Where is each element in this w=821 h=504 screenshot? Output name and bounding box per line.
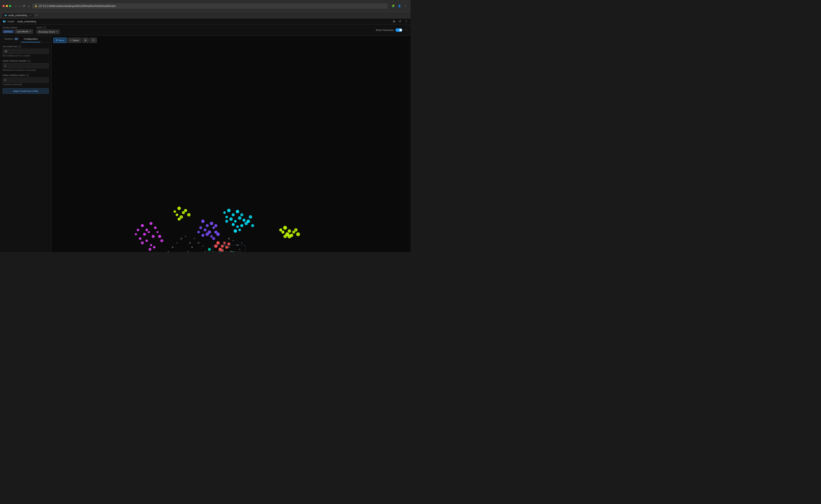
svg-point-18 (135, 233, 137, 235)
viz-toolbar: ✥ Move ⊹ Select ⊜ ⓘ (53, 38, 97, 43)
svg-point-161 (283, 226, 287, 230)
svg-point-49 (201, 220, 205, 223)
dark-mode-button[interactable]: ☽ (404, 19, 408, 23)
svg-point-212 (222, 249, 223, 250)
move-tool-btn[interactable]: ✥ Move (53, 38, 67, 43)
timeseries-toggle[interactable] (395, 28, 402, 32)
active-tab[interactable]: 🐦 audio_embedding × (2, 13, 34, 18)
viz-area: ✥ Move ⊹ Select ⊜ ⓘ (52, 36, 411, 252)
minimize-button[interactable] (6, 5, 8, 7)
info-icon: ⓘ (92, 39, 94, 42)
cluster-min-samples-group: cluster minimum samples i 1 determines i… (3, 59, 49, 71)
cluster-count-badge: 34 (14, 38, 18, 40)
svg-point-5 (149, 222, 152, 225)
svg-point-23 (176, 214, 178, 216)
svg-point-14 (141, 241, 144, 244)
svg-point-32 (240, 213, 243, 216)
svg-point-195 (202, 246, 204, 247)
svg-point-11 (157, 231, 159, 233)
svg-point-46 (238, 229, 241, 231)
svg-point-47 (234, 229, 237, 233)
svg-point-15 (150, 244, 152, 246)
svg-point-204 (233, 240, 234, 241)
cluster-selection-epsilon-input[interactable]: 0 (3, 77, 49, 83)
breadcrumb-separator: › (15, 20, 16, 23)
svg-point-193 (194, 238, 195, 239)
cluster-min-samples-label: cluster minimum samples i (3, 59, 49, 62)
reload-button[interactable]: ↺ (22, 4, 26, 8)
sidebar-tab-configuration[interactable]: Configuration (21, 36, 40, 42)
settings-tool-btn[interactable]: ⊜ (82, 38, 89, 43)
svg-point-28 (178, 218, 181, 221)
svg-point-201 (172, 246, 173, 248)
svg-point-167 (294, 228, 298, 232)
breadcrumb: model › audio_embedding (8, 20, 36, 23)
new-tab-button[interactable]: + (36, 14, 37, 17)
refresh-button[interactable]: ↺ (398, 19, 402, 23)
back-button[interactable]: ‹ (15, 4, 17, 8)
svg-point-10 (139, 237, 141, 240)
address-bar[interactable]: 🔒 127.0.0.1:6006/model/embeddings/RW1iZW… (32, 4, 387, 8)
svg-point-42 (240, 224, 243, 227)
svg-point-208 (239, 249, 240, 250)
select-tool-btn[interactable]: ⊹ Select (67, 38, 82, 43)
more-options-button[interactable]: ⋯ (404, 28, 408, 32)
svg-point-40 (236, 225, 239, 228)
extensions-button[interactable]: 🧩 (391, 4, 396, 8)
svg-point-44 (247, 220, 250, 223)
svg-point-17 (160, 239, 163, 242)
grid-view-button[interactable]: ⊞ (392, 19, 396, 23)
cluster-min-samples-input[interactable]: 1 (3, 63, 49, 68)
menu-button[interactable]: ⋮ (403, 4, 408, 8)
svg-point-39 (232, 223, 235, 226)
metric-dropdown[interactable]: Accuracy Score ▼ (36, 30, 60, 34)
svg-point-16 (137, 229, 139, 231)
time-period-dropdown[interactable]: Last Month ▼ (15, 29, 33, 34)
maximize-button[interactable] (9, 5, 11, 7)
cluster-min-samples-info-icon[interactable]: i (28, 59, 30, 62)
scatter-plot[interactable] (52, 36, 411, 252)
metric-info-icon[interactable]: i (43, 26, 46, 29)
main-content: Clusters 34 Configuration min cluster si… (0, 36, 411, 252)
apply-clustering-btn[interactable]: Apply Clustering Config (3, 88, 49, 94)
info-tool-btn[interactable]: ⓘ (90, 38, 97, 43)
profile-button[interactable]: 👤 (397, 4, 402, 8)
sidebar-tab-clusters[interactable]: Clusters 34 (2, 36, 21, 42)
sidebar-tabs: Clusters 34 Configuration (0, 36, 51, 43)
tab-title: audio_embedding (8, 14, 27, 17)
svg-point-207 (228, 238, 230, 239)
svg-point-3 (141, 224, 144, 227)
svg-point-52 (204, 228, 207, 231)
breadcrumb-model[interactable]: model (8, 20, 14, 23)
svg-point-63 (214, 224, 217, 227)
svg-point-68 (225, 246, 228, 249)
home-button[interactable]: ⌂ (27, 4, 30, 8)
svg-point-54 (212, 226, 215, 229)
svg-point-170 (283, 235, 287, 238)
chevron-down-icon-metric: ▼ (56, 31, 58, 33)
svg-point-55 (199, 226, 202, 229)
cluster-selection-epsilon-info-icon[interactable]: i (26, 74, 29, 77)
svg-point-31 (236, 210, 239, 213)
svg-point-194 (198, 242, 199, 244)
close-button[interactable] (3, 5, 5, 7)
controls-bar: primary dataset primary Last Month ▼ met… (0, 24, 411, 36)
min-cluster-size-label: min cluster size i (3, 45, 49, 48)
primary-dataset-label: primary dataset (3, 26, 33, 29)
svg-point-27 (187, 213, 191, 217)
sidebar: Clusters 34 Configuration min cluster si… (0, 36, 52, 252)
svg-rect-0 (52, 156, 411, 252)
min-cluster-size-input[interactable]: 10 (3, 49, 49, 54)
metric-group: metric i Accuracy Score ▼ (36, 26, 60, 34)
svg-point-20 (148, 248, 151, 251)
timeseries-label: Show Timeseries (376, 29, 394, 31)
time-period-value: Last Month (17, 30, 28, 33)
min-cluster-size-info-icon[interactable]: i (18, 45, 21, 48)
move-icon: ✥ (56, 39, 58, 42)
primary-tag: primary (3, 30, 14, 33)
primary-dataset-control: primary Last Month ▼ (3, 29, 33, 34)
forward-button[interactable]: › (18, 4, 21, 8)
svg-point-61 (212, 237, 215, 240)
breadcrumb-page: audio_embedding (17, 20, 36, 23)
chevron-down-icon: ▼ (29, 30, 31, 33)
